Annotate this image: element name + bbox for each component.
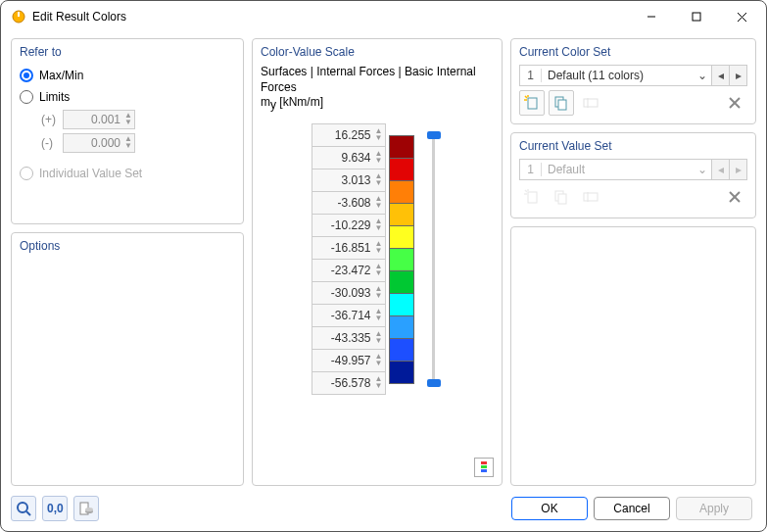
x-icon (729, 97, 741, 109)
scale-value-input[interactable]: -30.093▲▼ (312, 281, 386, 305)
scale-value-text: -16.851 (312, 241, 371, 255)
svg-rect-6 (481, 461, 487, 464)
spinner-arrows-icon[interactable]: ▲▼ (375, 150, 383, 164)
scale-value-input[interactable]: -36.714▲▼ (312, 304, 386, 327)
radio-maxmin-row[interactable]: Max/Min (20, 65, 235, 86)
svg-rect-19 (584, 193, 598, 201)
scale-value-input[interactable]: -10.229▲▼ (312, 214, 386, 237)
scale-value-input[interactable]: 9.634▲▼ (312, 146, 386, 169)
close-button[interactable] (719, 2, 764, 31)
scale-value-input[interactable]: -16.851▲▼ (312, 236, 386, 260)
delete-value-set-button[interactable] (722, 184, 747, 210)
scale-range-slider[interactable] (424, 123, 444, 395)
right-column: Current Color Set 1 Default (11 colors) … (510, 38, 756, 486)
limit-minus-value: 0.000 (68, 136, 120, 150)
scale-color-swatch[interactable] (389, 248, 414, 271)
spinner-arrows-icon[interactable]: ▲▼ (375, 353, 383, 366)
copy-icon (553, 95, 569, 111)
scale-value-input[interactable]: -43.335▲▼ (312, 326, 386, 350)
svg-text:0,00: 0,00 (47, 502, 64, 515)
scale-color-swatch[interactable] (389, 180, 414, 204)
svg-rect-1 (18, 12, 20, 17)
left-column: Refer to Max/Min Limits (+) 0.001 ▲▼ (11, 38, 244, 486)
edit-value-set-button (578, 184, 603, 210)
new-value-set-button (519, 184, 545, 210)
svg-point-23 (18, 503, 27, 512)
limit-minus-input[interactable]: 0.000 ▲▼ (63, 133, 135, 153)
middle-column: Color-Value Scale Surfaces | Internal Fo… (252, 38, 503, 486)
default-scale-button[interactable] (474, 458, 494, 477)
magnifier-icon (16, 501, 31, 516)
scale-value-input[interactable]: 3.013▲▼ (312, 169, 386, 192)
svg-rect-9 (528, 98, 537, 109)
scale-subtitle: Surfaces | Internal Forces | Basic Inter… (261, 65, 494, 114)
color-set-prev[interactable]: ◂ (712, 65, 730, 86)
scale-color-swatch[interactable] (389, 293, 414, 316)
limit-plus-input[interactable]: 0.001 ▲▼ (63, 110, 135, 129)
slider-thumb-bottom[interactable] (427, 379, 441, 387)
color-set-panel: Current Color Set 1 Default (11 colors) … (510, 38, 756, 124)
spinner-arrows-icon[interactable]: ▲▼ (124, 112, 132, 125)
svg-point-28 (85, 508, 93, 511)
cancel-button[interactable]: Cancel (594, 497, 670, 520)
new-color-set-button[interactable] (519, 90, 545, 116)
chevron-down-icon[interactable]: ⌄ (694, 69, 711, 82)
ok-button[interactable]: OK (511, 497, 588, 520)
spinner-arrows-icon[interactable]: ▲▼ (375, 127, 383, 141)
value-set-title: Current Value Set (519, 139, 747, 153)
scale-value-input[interactable]: -49.957▲▼ (312, 349, 386, 372)
scale-colors-column (389, 123, 414, 395)
copy-color-set-button[interactable] (549, 90, 574, 116)
doc-db-icon (78, 501, 94, 516)
scale-value-input[interactable]: -56.578▲▼ (312, 371, 386, 395)
maximize-button[interactable] (674, 2, 719, 31)
value-set-next: ▸ (730, 159, 747, 180)
spinner-arrows-icon[interactable]: ▲▼ (375, 195, 383, 209)
report-button[interactable] (73, 496, 99, 521)
scale-value-input[interactable]: 16.255▲▼ (312, 123, 386, 147)
units-button[interactable]: 0,00 (42, 496, 68, 521)
radio-limits-row[interactable]: Limits (20, 86, 235, 108)
delete-color-set-button[interactable] (722, 90, 747, 116)
color-set-row: 1 Default (11 colors) ⌄ ◂ ▸ (519, 65, 747, 86)
scale-body: 16.255▲▼9.634▲▼3.013▲▼-3.608▲▼-10.229▲▼-… (261, 123, 494, 395)
radio-limits[interactable] (20, 90, 33, 104)
scale-color-swatch[interactable] (389, 338, 414, 362)
scale-color-swatch[interactable] (389, 270, 414, 294)
scale-color-swatch[interactable] (389, 158, 414, 181)
x-icon (729, 191, 741, 203)
spinner-arrows-icon[interactable]: ▲▼ (375, 375, 383, 389)
minimize-button[interactable] (629, 2, 674, 31)
radio-maxmin[interactable] (20, 69, 33, 82)
scale-value-input[interactable]: -23.472▲▼ (312, 259, 386, 282)
spinner-arrows-icon[interactable]: ▲▼ (375, 240, 383, 254)
scale-value-text: -10.229 (312, 218, 371, 232)
options-title: Options (20, 239, 235, 253)
value-set-panel: Current Value Set 1 Default ⌄ ◂ ▸ (510, 132, 756, 218)
help-button[interactable] (11, 496, 36, 521)
spinner-arrows-icon[interactable]: ▲▼ (375, 218, 383, 231)
scale-color-swatch[interactable] (389, 225, 414, 249)
scale-color-swatch[interactable] (389, 361, 414, 384)
spinner-arrows-icon[interactable]: ▲▼ (124, 135, 132, 149)
spinner-arrows-icon[interactable]: ▲▼ (375, 263, 383, 276)
color-set-next[interactable]: ▸ (730, 65, 747, 86)
color-set-select[interactable]: 1 Default (11 colors) ⌄ (519, 65, 712, 86)
copy-icon (553, 189, 569, 205)
copy-value-set-button (549, 184, 574, 210)
window-title: Edit Result Colors (32, 10, 629, 24)
scale-color-swatch[interactable] (389, 203, 414, 226)
color-set-toolbar (519, 90, 747, 116)
scale-color-swatch[interactable] (389, 315, 414, 339)
spinner-arrows-icon[interactable]: ▲▼ (375, 172, 383, 186)
spinner-arrows-icon[interactable]: ▲▼ (375, 285, 383, 299)
scale-color-swatch[interactable] (389, 135, 414, 159)
scale-value-text: -23.472 (312, 264, 371, 277)
slider-track-line (432, 135, 435, 383)
slider-thumb-top[interactable] (427, 131, 441, 139)
scale-value-input[interactable]: -3.608▲▼ (312, 191, 386, 215)
spinner-arrows-icon[interactable]: ▲▼ (375, 308, 383, 321)
spinner-arrows-icon[interactable]: ▲▼ (375, 330, 383, 344)
refer-to-panel: Refer to Max/Min Limits (+) 0.001 ▲▼ (11, 38, 244, 224)
scale-value-text: 16.255 (312, 128, 371, 142)
